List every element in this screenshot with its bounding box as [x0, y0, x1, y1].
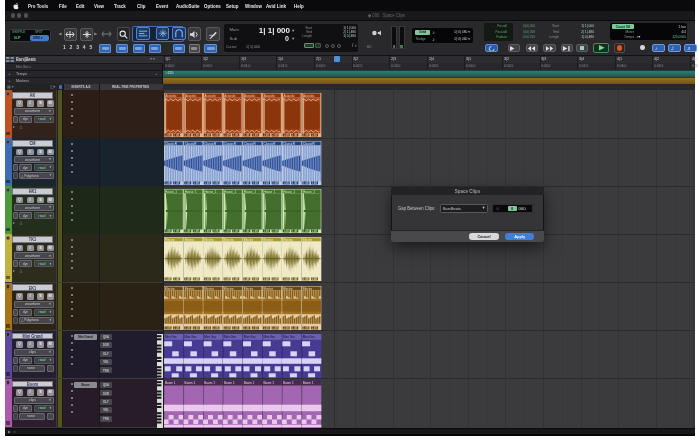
svg-text:1 dB: 1 dB: [165, 326, 171, 330]
svg-text:1 dB: 1 dB: [244, 277, 250, 281]
svg-text:Electro: Electro: [185, 286, 195, 290]
svg-text:1 dB: 1 dB: [312, 277, 318, 281]
svg-text:Electro: Electro: [224, 286, 234, 290]
svg-text:1 dB: 1 dB: [272, 229, 278, 233]
svg-text:Acoustic: Acoustic: [303, 94, 315, 98]
svg-text:1 dB: 1 dB: [213, 181, 219, 185]
svg-text:1 dB: 1 dB: [283, 181, 289, 185]
svg-text:Electro: Electro: [264, 286, 274, 290]
svg-text:1 dB: 1 dB: [185, 277, 191, 281]
svg-text:1 dB: 1 dB: [205, 277, 211, 281]
svg-text:1 dB: 1 dB: [292, 181, 298, 185]
svg-text:House_1: House_1: [264, 190, 276, 194]
svg-text:1 dB: 1 dB: [253, 181, 259, 185]
svg-text:Electro: Electro: [204, 286, 214, 290]
svg-text:1 dB: 1 dB: [194, 181, 200, 185]
svg-text:1 dB: 1 dB: [303, 326, 309, 330]
svg-text:1 dB: 1 dB: [312, 326, 318, 330]
svg-text:1 dB: 1 dB: [165, 181, 171, 185]
svg-text:1 dB: 1 dB: [272, 277, 278, 281]
svg-text:1 dB: 1 dB: [244, 326, 250, 330]
svg-text:Electro: Electro: [283, 286, 293, 290]
svg-text:1 dB: 1 dB: [194, 133, 200, 137]
svg-text:House_1: House_1: [204, 190, 216, 194]
svg-text:1 dB: 1 dB: [272, 326, 278, 330]
svg-text:1 dB: 1 dB: [233, 229, 239, 233]
svg-text:1 dB: 1 dB: [253, 133, 259, 137]
svg-text:1 dB: 1 dB: [292, 326, 298, 330]
svg-text:House_1: House_1: [303, 190, 315, 194]
svg-text:1 dB: 1 dB: [185, 229, 191, 233]
svg-text:1 dB: 1 dB: [312, 181, 318, 185]
svg-text:1 dB: 1 dB: [264, 181, 270, 185]
svg-text:1 dB: 1 dB: [194, 277, 200, 281]
svg-text:1 dB: 1 dB: [205, 326, 211, 330]
svg-text:1 dB: 1 dB: [174, 277, 180, 281]
svg-text:Acoustic: Acoustic: [244, 94, 256, 98]
svg-text:Boom 1: Boom 1: [303, 381, 314, 385]
svg-text:House_1: House_1: [165, 190, 177, 194]
svg-text:1 dB: 1 dB: [165, 133, 171, 137]
svg-text:1 dB: 1 dB: [213, 326, 219, 330]
svg-text:1 dB: 1 dB: [213, 277, 219, 281]
svg-text:1 dB: 1 dB: [213, 229, 219, 233]
svg-text:1 dB: 1 dB: [194, 326, 200, 330]
svg-text:ClassicR: ClassicR: [185, 142, 198, 146]
svg-text:Electro: Electro: [224, 238, 234, 242]
svg-text:1 dB: 1 dB: [264, 133, 270, 137]
svg-text:1 dB: 1 dB: [233, 133, 239, 137]
svg-text:House_1: House_1: [244, 190, 256, 194]
svg-text:1 dB: 1 dB: [244, 133, 250, 137]
svg-text:1 dB: 1 dB: [244, 229, 250, 233]
svg-text:1 dB: 1 dB: [165, 277, 171, 281]
svg-text:ClassicR: ClassicR: [264, 142, 277, 146]
svg-text:Mini Gra: Mini Gra: [303, 335, 315, 339]
svg-text:1 dB: 1 dB: [253, 277, 259, 281]
svg-text:Electro: Electro: [165, 286, 175, 290]
svg-text:1 dB: 1 dB: [292, 229, 298, 233]
svg-text:1 dB: 1 dB: [283, 229, 289, 233]
svg-text:1 dB: 1 dB: [312, 229, 318, 233]
svg-text:1 dB: 1 dB: [174, 181, 180, 185]
svg-text:ClassicR: ClassicR: [303, 142, 316, 146]
svg-text:Mini Gra: Mini Gra: [283, 335, 295, 339]
svg-text:House_1: House_1: [224, 190, 236, 194]
svg-text:1 dB: 1 dB: [312, 133, 318, 137]
svg-text:1 dB: 1 dB: [205, 229, 211, 233]
svg-text:1 dB: 1 dB: [165, 229, 171, 233]
svg-text:1 dB: 1 dB: [253, 326, 259, 330]
svg-text:1 dB: 1 dB: [233, 181, 239, 185]
svg-text:Electro: Electro: [185, 238, 195, 242]
svg-text:Boom 1: Boom 1: [204, 381, 215, 385]
svg-text:Electro: Electro: [283, 238, 293, 242]
svg-text:1 dB: 1 dB: [303, 133, 309, 137]
svg-text:Mini Gra: Mini Gra: [185, 335, 197, 339]
svg-text:1 dB: 1 dB: [194, 229, 200, 233]
svg-text:ClassicR: ClassicR: [283, 142, 296, 146]
svg-text:1 dB: 1 dB: [174, 229, 180, 233]
svg-text:1 dB: 1 dB: [272, 181, 278, 185]
svg-text:ClassicR: ClassicR: [224, 142, 237, 146]
svg-text:Electro: Electro: [303, 238, 313, 242]
svg-text:Mini Gra: Mini Gra: [224, 335, 236, 339]
svg-text:Mini Gra: Mini Gra: [204, 335, 216, 339]
svg-text:1 dB: 1 dB: [264, 229, 270, 233]
svg-text:Boom 1: Boom 1: [263, 381, 274, 385]
svg-text:Boom 1: Boom 1: [224, 381, 235, 385]
svg-text:1 dB: 1 dB: [174, 326, 180, 330]
svg-text:House_1: House_1: [283, 190, 295, 194]
svg-text:1 dB: 1 dB: [224, 133, 230, 137]
svg-text:1 dB: 1 dB: [283, 277, 289, 281]
svg-text:1 dB: 1 dB: [174, 133, 180, 137]
svg-text:1 dB: 1 dB: [272, 133, 278, 137]
svg-text:1 dB: 1 dB: [185, 133, 191, 137]
svg-text:ClassicR: ClassicR: [244, 142, 257, 146]
svg-text:1 dB: 1 dB: [224, 326, 230, 330]
svg-text:1 dB: 1 dB: [233, 277, 239, 281]
svg-text:1 dB: 1 dB: [224, 229, 230, 233]
svg-text:1 dB: 1 dB: [224, 277, 230, 281]
svg-text:Boom 1: Boom 1: [165, 381, 176, 385]
svg-text:Acoustic: Acoustic: [283, 94, 295, 98]
svg-text:ClassicR: ClassicR: [204, 142, 217, 146]
svg-text:Acoustic: Acoustic: [165, 94, 177, 98]
